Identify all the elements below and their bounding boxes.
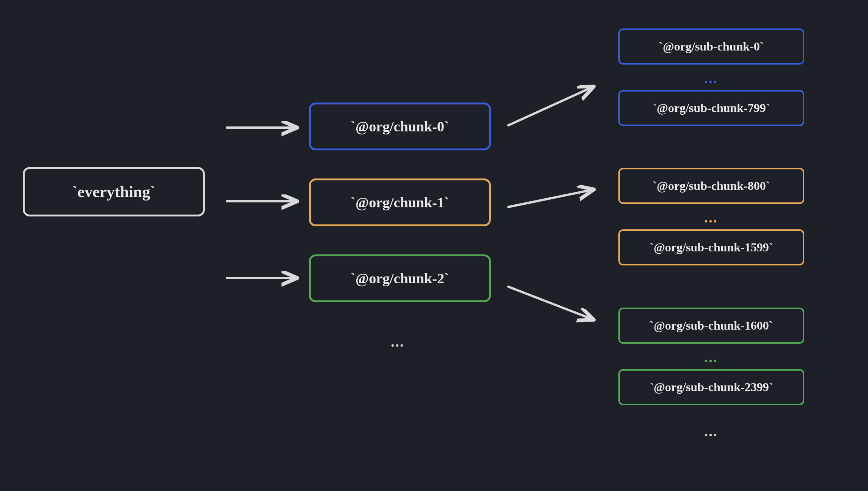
node-sub-chunk-800: `@org/sub-chunk-800` [618, 168, 804, 204]
ellipsis-sub-0: ... [704, 69, 718, 87]
node-label: `@org/sub-chunk-1600` [650, 319, 773, 333]
node-label: `everything` [72, 183, 155, 201]
node-label: `@org/chunk-1` [351, 194, 449, 211]
ellipsis-sub-2: ... [704, 348, 718, 366]
node-sub-chunk-1599: `@org/sub-chunk-1599` [618, 229, 804, 265]
node-sub-chunk-2399: `@org/sub-chunk-2399` [618, 369, 804, 405]
node-sub-chunk-0: `@org/sub-chunk-0` [618, 28, 804, 65]
node-label: `@org/sub-chunk-2399` [650, 380, 773, 394]
node-label: `@org/chunk-2` [351, 270, 449, 287]
ellipsis-chunks: ... [391, 333, 404, 350]
node-chunk-1: `@org/chunk-1` [309, 178, 491, 226]
node-chunk-0: `@org/chunk-0` [309, 103, 491, 150]
ellipsis-sub-1: ... [704, 208, 718, 226]
node-sub-chunk-799: `@org/sub-chunk-799` [618, 90, 804, 126]
ellipsis-sub-groups: ... [704, 422, 718, 440]
node-chunk-2: `@org/chunk-2` [309, 254, 491, 302]
node-label: `@org/sub-chunk-800` [653, 179, 770, 193]
svg-line-4 [508, 190, 592, 207]
node-label: `@org/sub-chunk-0` [659, 39, 764, 54]
node-label: `@org/sub-chunk-799` [653, 101, 770, 115]
svg-line-3 [508, 87, 592, 125]
node-label: `@org/chunk-0` [351, 118, 449, 135]
svg-line-5 [508, 287, 592, 319]
node-label: `@org/sub-chunk-1599` [650, 240, 773, 254]
node-everything: `everything` [23, 167, 205, 216]
node-sub-chunk-1600: `@org/sub-chunk-1600` [618, 308, 804, 344]
